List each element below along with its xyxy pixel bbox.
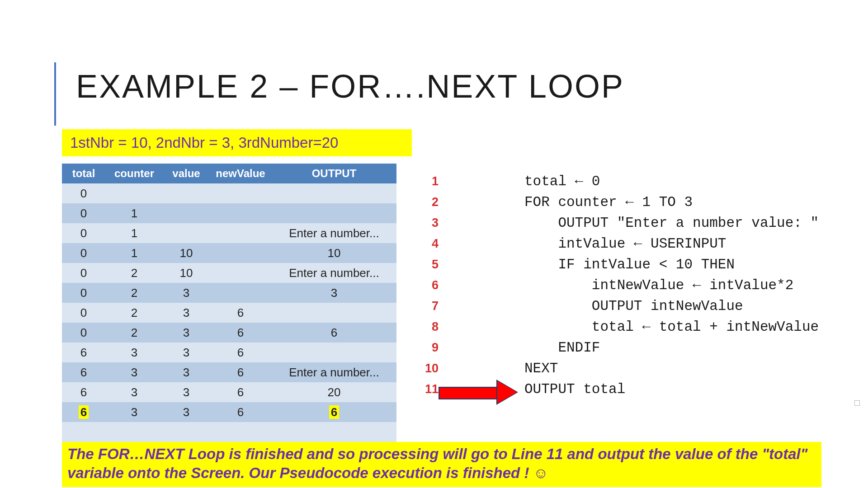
table-row: 6336Enter a number... <box>62 362 396 382</box>
table-cell <box>272 183 396 203</box>
code-text: intValue ← USERINPUT <box>524 236 726 252</box>
table-cell: 0 <box>62 243 105 263</box>
code-text: OUTPUT total <box>524 381 625 397</box>
table-row: 011010 <box>62 243 396 263</box>
table-cell: 10 <box>163 263 209 283</box>
code-line: 10NEXT <box>420 358 819 379</box>
code-text: ENDIF <box>524 340 600 356</box>
table-cell: Enter a number... <box>272 362 396 382</box>
code-text: FOR counter ← 1 TO 3 <box>524 194 693 210</box>
table-row: 0233 <box>62 283 396 303</box>
code-line: 1total ← 0 <box>420 171 819 192</box>
table-cell: 3 <box>105 382 163 402</box>
table-cell: 3 <box>272 283 396 303</box>
table-cell: 3 <box>105 402 163 422</box>
table-cell <box>209 283 272 303</box>
table-cell <box>272 422 396 442</box>
line-number: 7 <box>420 296 439 316</box>
code-line: 7 OUTPUT intNewValue <box>420 296 819 316</box>
table-row: 01Enter a number... <box>62 223 396 243</box>
table-cell: 10 <box>272 243 396 263</box>
table-cell: 3 <box>105 362 163 382</box>
table-cell <box>62 422 105 442</box>
th-value: value <box>163 164 209 183</box>
table-cell: 0 <box>62 283 105 303</box>
table-cell: 6 <box>62 382 105 402</box>
table-cell: 6 <box>209 303 272 323</box>
table-cell: 3 <box>163 303 209 323</box>
code-text: OUTPUT intNewValue <box>524 298 743 314</box>
trace-table: total counter value newValue OUTPUT 0010… <box>62 164 396 442</box>
table-cell: 0 <box>62 263 105 283</box>
table-cell: 6 <box>209 323 272 343</box>
table-row: 01 <box>62 203 396 223</box>
table-cell <box>209 183 272 203</box>
table-cell: 2 <box>105 283 163 303</box>
line-number: 11 <box>420 379 439 399</box>
table-row: 6336 <box>62 343 396 362</box>
line-number: 1 <box>420 171 439 192</box>
table-cell: 6 <box>62 343 105 362</box>
table-cell: 6 <box>209 362 272 382</box>
table-cell: 20 <box>272 382 396 402</box>
code-text: intNewValue ← intValue*2 <box>524 277 793 293</box>
table-cell: 10 <box>163 243 209 263</box>
code-line: 2FOR counter ← 1 TO 3 <box>420 192 819 212</box>
line-number: 5 <box>420 254 439 275</box>
table-cell: 1 <box>105 223 163 243</box>
table-cell <box>209 223 272 243</box>
table-cell: Enter a number... <box>272 263 396 283</box>
code-text: IF intValue < 10 THEN <box>524 257 735 272</box>
table-cell: 6 <box>62 402 105 422</box>
code-line: 5 IF intValue < 10 THEN <box>420 254 819 275</box>
table-cell <box>163 203 209 223</box>
table-cell <box>163 422 209 442</box>
table-cell: 0 <box>62 203 105 223</box>
table-cell <box>105 183 163 203</box>
title-accent-rule <box>54 62 56 126</box>
table-row: 63366 <box>62 402 396 422</box>
decorative-square-icon: □ <box>854 398 860 408</box>
line-number: 8 <box>420 316 439 337</box>
slide-title: EXAMPLE 2 – FOR….NEXT LOOP <box>76 68 624 105</box>
code-line: 4 intValue ← USERINPUT <box>420 233 819 254</box>
table-cell <box>209 243 272 263</box>
table-cell: 3 <box>163 382 209 402</box>
th-output: OUTPUT <box>272 164 396 183</box>
table-cell: 6 <box>62 362 105 382</box>
table-cell: 0 <box>62 323 105 343</box>
table-cell <box>272 343 396 362</box>
table-cell <box>272 203 396 223</box>
code-text: total ← total + intNewValue <box>524 319 819 335</box>
table-cell: 3 <box>163 343 209 362</box>
table-cell: 2 <box>105 263 163 283</box>
code-text: total ← 0 <box>524 174 600 189</box>
variables-banner: 1stNbr = 10, 2ndNbr = 3, 3rdNumber=20 <box>62 129 412 156</box>
line-number: 2 <box>420 192 439 212</box>
table-row: 02366 <box>62 323 396 343</box>
th-counter: counter <box>105 164 163 183</box>
table-cell: 0 <box>62 223 105 243</box>
table-cell: 2 <box>105 323 163 343</box>
table-cell <box>272 303 396 323</box>
table-cell: 3 <box>163 402 209 422</box>
table-cell <box>163 183 209 203</box>
table-cell: 3 <box>163 283 209 303</box>
explanation-banner: The FOR…NEXT Loop is finished and so pro… <box>62 442 821 487</box>
table-cell <box>209 263 272 283</box>
line-number: 9 <box>420 337 439 358</box>
table-cell: 6 <box>209 402 272 422</box>
table-cell: 1 <box>105 243 163 263</box>
current-line-arrow-icon <box>439 383 522 401</box>
table-row: 0210Enter a number... <box>62 263 396 283</box>
code-line: 8 total ← total + intNewValue <box>420 316 819 337</box>
th-newvalue: newValue <box>209 164 272 183</box>
line-number: 10 <box>420 358 439 379</box>
code-line: 9 ENDIF <box>420 337 819 358</box>
table-cell: 3 <box>163 362 209 382</box>
table-cell <box>209 422 272 442</box>
table-cell: 1 <box>105 203 163 223</box>
table-cell: 2 <box>105 303 163 323</box>
th-total: total <box>62 164 105 183</box>
code-text: NEXT <box>524 361 558 376</box>
